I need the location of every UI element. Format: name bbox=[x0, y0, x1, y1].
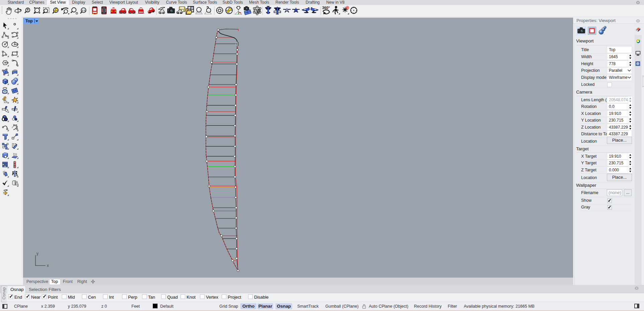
svg-text:y: y bbox=[36, 251, 38, 256]
svg-text:1:1: 1:1 bbox=[82, 9, 86, 12]
svg-text:?: ? bbox=[637, 62, 639, 65]
svg-text:360°: 360° bbox=[322, 6, 330, 10]
svg-text:x: x bbox=[47, 263, 49, 268]
